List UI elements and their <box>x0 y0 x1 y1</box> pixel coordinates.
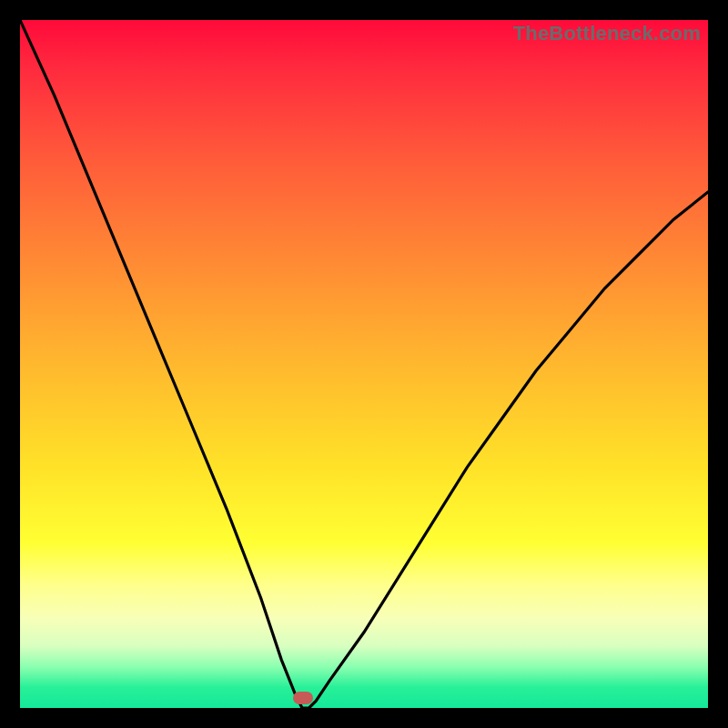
curve-path <box>20 20 708 708</box>
chart-area: TheBottleneck.com <box>20 20 708 708</box>
outer-frame: TheBottleneck.com <box>0 0 728 728</box>
optimal-marker <box>293 692 313 704</box>
bottleneck-curve <box>20 20 708 708</box>
